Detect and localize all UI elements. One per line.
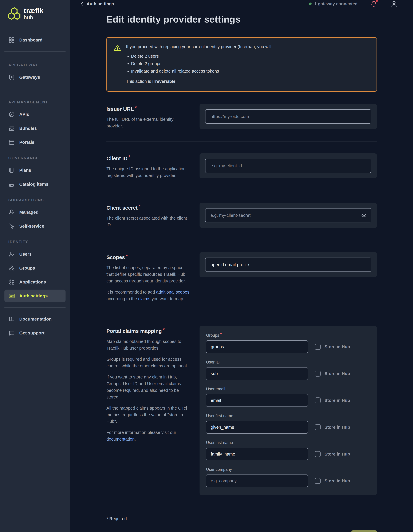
groups-claim-input[interactable]: [206, 340, 308, 353]
portal-claims-paragraph: Map claims obtained through scopes to Tr…: [106, 338, 190, 352]
sidebar-item-label: Gateways: [19, 75, 40, 80]
claim-row-groups: Groups* Store in Hub: [206, 332, 370, 353]
save-button[interactable]: Save: [351, 530, 377, 532]
store-in-hub-label: Store in Hub: [325, 398, 350, 403]
client-secret-heading: Client secret*: [106, 204, 190, 211]
sidebar-item-catalog-items[interactable]: Catalog items: [4, 178, 66, 190]
sidebar-item-managed[interactable]: Managed: [4, 206, 66, 218]
sidebar-item-applications[interactable]: Applications: [4, 276, 66, 288]
issuer-url-card: [200, 104, 377, 129]
warning-bullet: Invalidate and delete all related access…: [131, 68, 272, 75]
sidebar-item-label: Dashboard: [19, 38, 43, 43]
client-secret-input[interactable]: [205, 208, 371, 222]
sidebar-item-groups[interactable]: Groups: [4, 262, 66, 275]
dashboard-icon: [8, 37, 15, 43]
additional-scopes-link[interactable]: additional scopes: [156, 290, 189, 294]
sidebar-item-label: Portals: [19, 140, 34, 145]
sidebar-item-portals[interactable]: Portals: [4, 136, 66, 149]
doc-line-suffix: .: [134, 437, 136, 441]
warning-footer-bold: irreversible: [152, 79, 175, 84]
scopes-card: [200, 252, 377, 277]
scopes-input[interactable]: [205, 257, 371, 272]
claim-label-text: Groups: [206, 333, 219, 338]
sidebar: træfik hub Dashboard API GATEWAY Gat: [0, 0, 70, 532]
client-secret-description: The client secret associated with the cl…: [106, 215, 190, 228]
user-email-claim-input[interactable]: [206, 394, 308, 407]
store-in-hub-checkbox[interactable]: [315, 398, 321, 403]
issuer-url-input[interactable]: [205, 109, 371, 124]
issuer-url-description: The full URL of the external identity pr…: [106, 116, 190, 129]
user-last-name-claim-input[interactable]: [206, 448, 308, 460]
portal-claims-section: Portal claims mapping* Map claims obtain…: [106, 314, 377, 507]
claim-row-user-first-name: User first name Store in Hub: [206, 414, 370, 434]
sidebar-item-bundles[interactable]: Bundles: [4, 122, 66, 135]
claim-row-user-email: User email Store in Hub: [206, 387, 370, 407]
users-icon: [8, 251, 15, 257]
chevron-left-icon: [80, 1, 85, 6]
issuer-url-label: Issuer URL: [106, 106, 134, 112]
brand-wordmark: træfik hub: [24, 7, 44, 20]
sidebar-item-self-service[interactable]: Self-service: [4, 220, 66, 233]
user-first-name-claim-input[interactable]: [206, 421, 308, 434]
store-in-hub-label: Store in Hub: [325, 452, 350, 456]
toggle-secret-visibility-icon[interactable]: [361, 212, 367, 218]
get-support-icon: [8, 330, 15, 336]
sidebar-item-users[interactable]: Users: [4, 248, 66, 260]
back-link[interactable]: Auth settings: [80, 1, 114, 6]
store-in-hub-user-last-name: Store in Hub: [315, 451, 350, 457]
client-id-input[interactable]: [205, 159, 371, 173]
scopes-description: The list of scopes, separated by a space…: [106, 264, 190, 284]
store-in-hub-user-email: Store in Hub: [315, 398, 350, 403]
store-in-hub-label: Store in Hub: [325, 371, 350, 376]
store-in-hub-checkbox[interactable]: [315, 478, 321, 484]
user-company-claim-input[interactable]: [206, 475, 308, 487]
sidebar-item-label: Self-service: [19, 224, 44, 229]
warning-body: If you proceed with replacing your curre…: [126, 44, 272, 85]
warning-bullet: Delete 2 users: [131, 53, 272, 60]
user-id-claim-input[interactable]: [206, 367, 308, 380]
store-in-hub-label: Store in Hub: [325, 344, 350, 349]
store-in-hub-checkbox[interactable]: [315, 451, 321, 457]
warning-intro: If you proceed with replacing your curre…: [126, 44, 272, 50]
sidebar-item-label: Catalog items: [19, 182, 48, 187]
scopes-heading: Scopes*: [106, 253, 190, 260]
portal-claims-paragraph: All the mapped claims appears in the OTe…: [106, 405, 190, 425]
store-in-hub-checkbox[interactable]: [315, 370, 321, 377]
groups-icon: [8, 265, 15, 272]
store-in-hub-checkbox[interactable]: [315, 344, 321, 350]
portals-icon: [8, 139, 15, 146]
documentation-link[interactable]: documentation: [106, 437, 134, 441]
sidebar-item-apis[interactable]: APIs: [4, 108, 66, 121]
portal-claims-heading: Portal claims mapping*: [106, 327, 190, 334]
sidebar-item-gateways[interactable]: Gateways: [4, 71, 66, 84]
store-in-hub-groups: Store in Hub: [315, 344, 350, 350]
sidebar-item-label: Groups: [19, 266, 35, 271]
sidebar-item-auth-settings[interactable]: Auth settings: [4, 290, 66, 302]
sidebar-item-label: Applications: [19, 279, 46, 285]
sidebar-item-dashboard[interactable]: Dashboard: [4, 34, 66, 46]
required-asterisk: *: [221, 332, 222, 336]
notifications-button[interactable]: [370, 0, 378, 8]
client-secret-left: Client secret* The client secret associa…: [106, 203, 190, 228]
portal-claims-doc-line: For more information please visit our do…: [106, 429, 190, 443]
claim-row-user-company: User company Store in Hub: [206, 467, 370, 487]
sidebar-item-documentation[interactable]: Documentation: [4, 313, 66, 325]
claims-link[interactable]: claims: [138, 296, 150, 301]
gateway-status-label: 1 gateway connected: [314, 1, 357, 6]
required-asterisk: *: [139, 204, 140, 209]
status-dot-icon: [309, 2, 312, 5]
store-in-hub-user-company: Store in Hub: [315, 478, 350, 484]
required-asterisk: *: [126, 253, 128, 258]
applications-icon: [8, 279, 15, 285]
issuer-url-left: Issuer URL* The full URL of the external…: [106, 104, 190, 130]
scopes-section: Scopes* The list of scopes, separated by…: [106, 240, 377, 314]
sidebar-divider: [4, 51, 66, 52]
topbar-right: 1 gateway connected: [309, 0, 398, 8]
sidebar-item-get-support[interactable]: Get support: [4, 327, 66, 339]
sidebar-item-label: APIs: [19, 112, 29, 117]
store-in-hub-checkbox[interactable]: [315, 424, 321, 430]
user-menu-button[interactable]: [390, 0, 398, 8]
main-area: Auth settings 1 gateway connected: [70, 0, 413, 532]
sidebar-item-plans[interactable]: Plans: [4, 164, 66, 177]
traefik-hub-logo[interactable]: træfik hub: [0, 7, 70, 20]
